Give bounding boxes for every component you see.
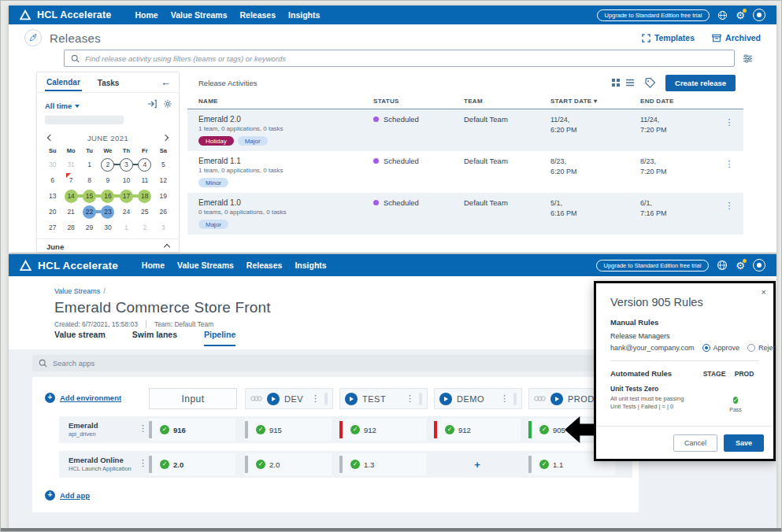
tab-calendar[interactable]: Calendar [45,73,82,91]
tag-pill[interactable]: Major [238,136,268,146]
apps-search-input[interactable] [53,359,632,368]
calendar-day[interactable]: 16 [98,188,117,204]
nav-link[interactable]: Value Streams [177,260,234,270]
release-name[interactable]: Emerald 1.0 [198,198,373,207]
tab-pipeline[interactable]: Pipeline [204,330,235,346]
table-row[interactable]: Emerald 2.0 1 team, 0 applications, 0 ta… [187,109,743,151]
tab-swim-lanes[interactable]: Swim lanes [132,330,177,346]
prev-month-icon[interactable] [47,135,54,141]
calendar-day[interactable]: 10 [117,172,135,188]
create-release-button[interactable]: Create release [665,75,736,91]
jump-to-date-icon[interactable] [147,99,157,109]
calendar-day[interactable]: 3 [117,157,135,172]
col-name[interactable]: NAME [198,98,373,105]
calendar-day[interactable]: 1 [80,157,98,172]
list-view-icon[interactable] [625,78,635,87]
app-kebab-icon[interactable]: ⋮ [139,424,147,433]
calendar-day[interactable]: 15 [80,188,98,204]
version-cell[interactable]: ✓2.0 [149,453,235,475]
environment-drag-handle[interactable] [324,393,328,405]
col-end-date[interactable]: END DATE [640,98,715,105]
calendar-day[interactable]: 1 [117,220,135,235]
nav-link[interactable]: Value Streams [171,10,228,20]
calendar-day[interactable]: 28 [61,220,80,235]
calendar-day[interactable]: 22 [80,204,98,220]
reject-radio[interactable]: Reject [747,344,776,352]
version-cell[interactable]: ✓916 [149,419,235,441]
table-row[interactable]: Emerald 1.0 0 teams, 0 applications, 0 t… [187,193,743,235]
app-name[interactable]: Emerald [69,421,98,430]
run-pipeline-play-icon[interactable] [439,393,452,405]
tag-icon[interactable] [644,77,656,89]
upgrade-button[interactable]: Upgrade to Standard Edition free trial [597,9,710,21]
version-cell[interactable]: ✓912 [339,419,426,441]
release-name[interactable]: Emerald 2.0 [198,115,373,124]
row-kebab-menu-icon[interactable]: ⋮ [715,198,743,210]
tab-tasks[interactable]: Tasks [96,74,121,91]
calendar-day[interactable]: 13 [43,188,61,204]
calendar-day[interactable]: 2 [135,220,154,235]
environment-kebab-icon[interactable]: ⋮ [500,394,509,403]
nav-link[interactable]: Home [135,10,158,20]
calendar-day[interactable]: 29 [80,220,98,235]
version-cell[interactable]: ✓912 [434,419,521,441]
calendar-day[interactable]: 7 [61,172,80,188]
col-team[interactable]: TEAM [464,98,550,105]
settings-gear-icon[interactable]: ⚙ [736,260,745,271]
calendar-day[interactable]: 2 [98,157,117,172]
nav-link[interactable]: Insights [288,10,320,20]
settings-gear-icon[interactable]: ⚙ [736,10,745,20]
time-filter-dropdown[interactable]: All time [45,102,80,110]
app-kebab-icon[interactable]: ⋮ [139,459,147,467]
version-cell[interactable]: ✓1.3 [339,453,426,475]
calendar-day[interactable]: 17 [117,188,135,204]
add-version-plus-icon[interactable]: + [474,459,480,471]
environment-header-test[interactable]: TEST ⋮ [339,388,428,409]
calendar-day[interactable]: 3 [154,220,172,235]
calendar-day[interactable]: 30 [98,220,117,235]
collapse-section-icon[interactable] [164,243,170,249]
calendar-day[interactable]: 20 [43,204,61,220]
run-pipeline-play-icon[interactable] [550,393,563,405]
nav-link[interactable]: Home [142,260,165,270]
calendar-day[interactable]: 25 [135,204,154,220]
version-cell[interactable]: ✓915 [245,419,332,441]
col-status[interactable]: STATUS [373,98,464,105]
release-name[interactable]: Emerald 1.1 [198,157,373,165]
environment-header-input[interactable]: Input [149,388,237,409]
col-start-date[interactable]: START DATE ▾ [550,98,640,105]
calendar-day[interactable]: 5 [154,157,172,172]
nav-link[interactable]: Releases [240,10,276,20]
add-version-cell[interactable]: + [434,453,521,475]
add-app-button[interactable]: + Add app [45,490,90,501]
templates-button[interactable]: Templates [642,33,695,42]
calendar-day[interactable]: 21 [61,204,80,220]
environment-drag-handle[interactable] [419,393,422,405]
calendar-day[interactable]: 24 [117,204,135,220]
calendar-day[interactable]: 9 [98,172,117,188]
app-name[interactable]: Emerald Online [69,456,132,464]
calendar-day[interactable]: 26 [154,204,172,220]
archived-button[interactable]: Archived [712,33,761,42]
run-pipeline-play-icon[interactable] [345,393,358,405]
tag-pill[interactable]: Holiday [198,136,234,146]
calendar-day[interactable]: 27 [43,220,61,235]
upgrade-button[interactable]: Upgrade to Standard Edition free trial [596,260,710,272]
environment-header-demo[interactable]: DEMO ⋮ [434,388,522,409]
version-cell[interactable]: ✓2.0 [245,453,332,475]
environment-kebab-icon[interactable]: ⋮ [406,394,414,403]
table-row[interactable]: Emerald 1.1 1 team, 0 applications, 0 ta… [187,151,743,193]
calendar-day[interactable]: 23 [98,204,117,220]
grid-view-icon[interactable] [611,78,621,87]
tag-pill[interactable]: Major [198,220,228,229]
calendar-day[interactable]: 31 [61,157,80,172]
run-pipeline-play-icon[interactable] [267,393,280,405]
environment-header-dev[interactable]: DEV ⋮ [245,388,333,409]
release-search-input[interactable] [85,54,728,63]
calendar-day[interactable]: 18 [135,188,154,204]
calendar-day[interactable]: 14 [61,188,80,204]
calendar-day[interactable]: 8 [80,172,98,188]
calendar-day[interactable]: 6 [43,172,61,188]
add-environment-button[interactable]: + Add environment [45,393,121,403]
calendar-day[interactable]: 4 [135,157,154,172]
